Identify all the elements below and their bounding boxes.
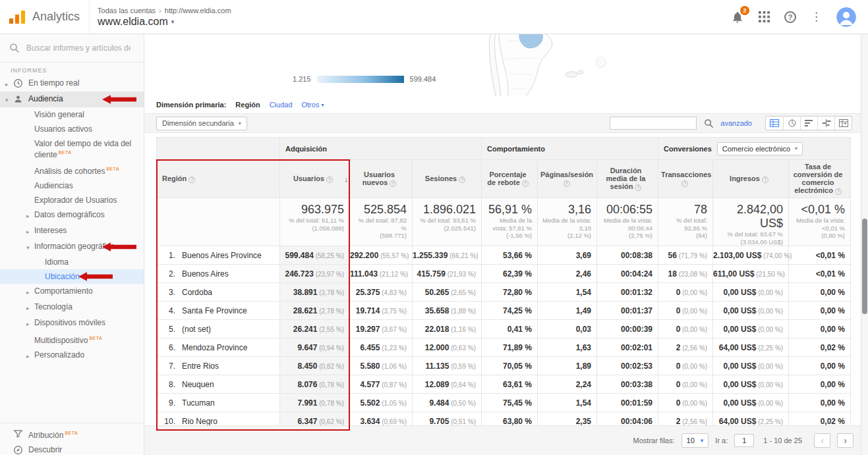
column-header-ingresos[interactable]: Ingresos? (713, 160, 789, 198)
region-name[interactable]: Entre Rios (182, 361, 219, 371)
chevron-down-icon[interactable]: ▾ (5, 94, 13, 105)
region-name[interactable]: Buenos Aires Province (182, 251, 262, 260)
sidebar-item-tecnologia[interactable]: ▸Tecnología (0, 300, 144, 315)
chevron-right-icon[interactable]: ▸ (5, 78, 13, 89)
analytics-logo-icon[interactable] (8, 9, 26, 25)
advanced-search-link[interactable]: avanzado (720, 119, 752, 127)
chevron-right-icon[interactable]: ▸ (26, 210, 34, 221)
chevron-down-icon[interactable]: ▾ (26, 242, 34, 252)
chevron-right-icon[interactable]: ▸ (26, 350, 34, 361)
sidebar-item-multidispositivo[interactable]: MultidispositivoBETA (0, 331, 144, 348)
sidebar-item-descubrir[interactable]: Descubrir (0, 442, 144, 455)
rows-per-page-select[interactable]: 10 ▾ (681, 433, 709, 448)
performance-view-icon[interactable] (800, 117, 817, 130)
sidebar-item-en-tiempo-real[interactable]: ▸En tiempo real (0, 76, 144, 92)
help-icon[interactable]: ? (635, 184, 641, 191)
help-icon[interactable]: ? (835, 188, 842, 195)
help-icon[interactable]: ? (564, 180, 570, 187)
chevron-right-icon[interactable]: ▸ (26, 286, 34, 297)
column-header-paginas-sesion[interactable]: Páginas/sesión? (538, 160, 597, 198)
dimension-ciudad[interactable]: Ciudad (270, 101, 293, 109)
region-name[interactable]: Rio Negro (182, 417, 217, 426)
ecommerce-selector[interactable]: Comercio electrónico ▾ (717, 142, 803, 155)
column-header-usuarios[interactable]: Usuarios?↓ (280, 160, 350, 198)
more-menu-icon[interactable]: ⋮ (811, 10, 822, 24)
breadcrumb-property-url[interactable]: http://www.eldia.com (165, 7, 231, 14)
help-icon[interactable]: ? (326, 176, 333, 183)
cell-transacciones: 0 (0,00 %) (658, 283, 713, 302)
sidebar-item-explorador-de-usuarios[interactable]: Explorador de Usuarios (0, 193, 144, 207)
sidebar-item-usuarios-activos[interactable]: Usuarios activos (0, 122, 144, 136)
help-icon[interactable]: ? (522, 180, 529, 187)
percent-view-icon[interactable] (783, 117, 800, 130)
geo-map[interactable] (428, 34, 619, 96)
search-input[interactable] (26, 43, 130, 53)
goto-page-input[interactable] (734, 434, 754, 447)
sidebar-item-comportamiento[interactable]: ▸Comportamiento (0, 284, 144, 300)
sidebar-item-vision-general[interactable]: Visión general (0, 107, 144, 122)
comparison-view-icon[interactable] (817, 117, 834, 130)
sidebar-item-personalizado[interactable]: ▸Personalizado (0, 348, 144, 363)
column-header-duracion-media-de-la-sesion[interactable]: Duración media de la sesión? (597, 160, 658, 198)
avatar[interactable] (836, 7, 856, 27)
column-header-porcentaje-de-rebote[interactable]: Porcentaje de rebote? (482, 160, 538, 198)
chevron-spacer (26, 139, 34, 140)
row-rank: 10. (159, 417, 175, 426)
cell-value: 0,00 US$ (723, 398, 756, 408)
sidebar-item-idioma[interactable]: Idioma (0, 255, 144, 269)
sidebar-item-atribucion[interactable]: AtribuciónBETA (0, 426, 144, 442)
sidebar-item-informacion-geografica[interactable]: ▾Información geográfica (0, 239, 144, 255)
region-name[interactable]: (not set) (182, 325, 211, 334)
cell-usuarios-nuevos: 25.375 (4,83 %) (350, 283, 413, 302)
prev-page-button[interactable]: ‹ (814, 433, 830, 448)
chevron-right-icon[interactable]: ▸ (26, 318, 34, 329)
help-icon[interactable]: ? (459, 176, 465, 183)
sidebar-item-audiencia[interactable]: ▾Audiencia (0, 92, 144, 107)
dimension-otros[interactable]: Otros▾ (302, 101, 324, 109)
sidebar-item-datos-demograficos[interactable]: ▸Datos demográficos (0, 207, 144, 223)
region-name[interactable]: Buenos Aires (182, 269, 229, 279)
secondary-dimension-button[interactable]: Dimensión secundaria ▾ (156, 117, 247, 130)
region-name[interactable]: Neuquen (182, 380, 214, 389)
help-icon[interactable]: ? (681, 180, 688, 187)
table-search-input[interactable] (610, 117, 697, 130)
chevron-right-icon[interactable]: ▸ (26, 302, 34, 313)
sidebar-item-analisis-de-cohortes[interactable]: Análisis de cohortesBETA (0, 162, 144, 178)
help-icon[interactable]: ? (188, 176, 195, 183)
chevron-right-icon[interactable]: ▸ (26, 226, 34, 236)
breadcrumb-account[interactable]: Todas las cuentas (98, 7, 156, 14)
cell-ingresos: 0,00 US$ (0,00 %) (713, 375, 789, 394)
search-icon[interactable] (702, 117, 715, 130)
column-header-transacciones[interactable]: Transacciones? (658, 160, 713, 198)
apps-grid-icon[interactable] (759, 11, 770, 22)
help-icon[interactable]: ? (784, 11, 796, 23)
region-name[interactable]: Mendoza Province (182, 343, 247, 352)
region-name[interactable]: Cordoba (182, 288, 212, 297)
next-page-button[interactable]: › (837, 433, 854, 448)
sidebar-item-intereses[interactable]: ▸Intereses (0, 223, 144, 239)
help-icon[interactable]: ? (390, 180, 396, 187)
breadcrumb[interactable]: Todas las cuentas › http://www.eldia.com (98, 7, 231, 14)
notifications-bell-icon[interactable]: 2 (731, 11, 744, 24)
sidebar-item-dispositivos-moviles[interactable]: ▸Dispositivos móviles (0, 315, 144, 331)
property-selector[interactable]: www.eldia.com ▾ (98, 16, 231, 28)
help-icon[interactable]: ? (762, 176, 768, 183)
legend-max-value: 599.484 (410, 75, 436, 83)
dimension-region[interactable]: Región (235, 101, 260, 109)
region-cell: 7.Entre Rios (157, 357, 280, 375)
column-header-region[interactable]: Región? (157, 160, 280, 198)
vertical-scrollbar[interactable] (861, 34, 868, 455)
scrollbar-thumb[interactable] (862, 219, 867, 314)
sidebar-item-valor-del-tiempo-de-vida-del-cliente[interactable]: Valor del tiempo de vida del clienteBETA (0, 136, 144, 162)
sidebar-search[interactable] (0, 34, 144, 63)
column-header-sesiones[interactable]: Sesiones? (413, 160, 482, 198)
sidebar-item-ubicacion[interactable]: Ubicación (0, 269, 144, 284)
column-header-usuarios-nuevos[interactable]: Usuarios nuevos? (350, 160, 413, 198)
region-name[interactable]: Tucuman (182, 398, 215, 408)
pivot-view-icon[interactable] (834, 117, 852, 130)
table-view-icon[interactable] (766, 117, 783, 130)
sort-desc-icon[interactable]: ↓ (345, 175, 349, 183)
column-header-tasa-de-conversion-de-comercio-electronico[interactable]: Tasa de conversión de comercio electróni… (789, 160, 851, 198)
region-name[interactable]: Santa Fe Province (182, 306, 247, 315)
sidebar-item-audiencias[interactable]: Audiencias (0, 178, 144, 193)
